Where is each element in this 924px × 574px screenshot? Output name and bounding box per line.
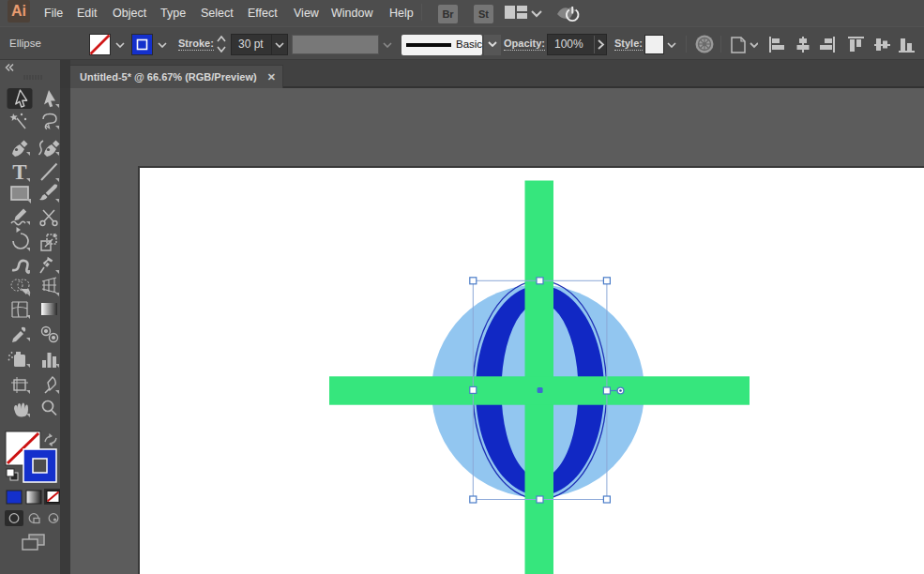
svg-text:T: T [12, 160, 26, 184]
